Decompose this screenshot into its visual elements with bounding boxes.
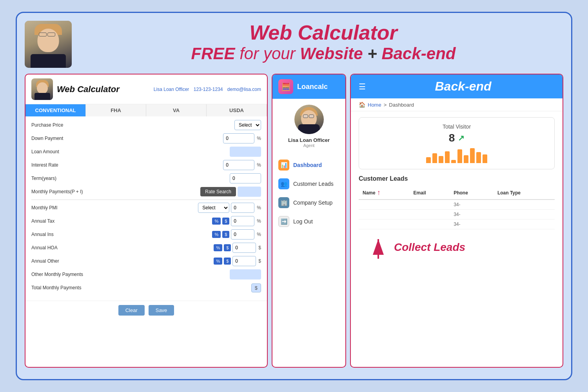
pmi-select[interactable]: Select (198, 203, 229, 213)
total-visitor-title: Total Visitor (367, 123, 546, 130)
down-payment-percent: % (257, 136, 261, 141)
sidebar-app-name: Loancalc (297, 83, 328, 91)
ins-dollar-button[interactable]: $ (222, 231, 229, 238)
term-years-input[interactable] (230, 173, 261, 183)
interest-rate-percent: % (257, 162, 261, 168)
officer-name: Lisa Loan Officer (154, 87, 189, 92)
breadcrumb-separator: > (384, 102, 387, 108)
down-payment-input[interactable] (223, 133, 254, 143)
sidebar-agent-avatar (294, 105, 324, 134)
hoa-percent-button[interactable]: % (214, 244, 222, 251)
purchase-price-label: Purchase Price (31, 122, 110, 128)
annual-other-input[interactable] (232, 256, 256, 266)
monthly-pmi-label: Monthly PMI (31, 205, 110, 211)
header-title: Web Calculator FREE for your Website + B… (83, 21, 563, 63)
main-title: Web Calculator (83, 21, 563, 44)
sidebar-item-customer-leads[interactable]: 👥 Customer Leads (272, 174, 345, 193)
customer-leads-section: Customer Leads Name↑ Email Phone Loan Ty… (359, 175, 555, 264)
hamburger-icon[interactable]: ☰ (359, 82, 366, 91)
purchase-price-select[interactable]: Select (234, 120, 261, 130)
cell-name-2 (359, 210, 410, 220)
subtitle-website: Website (300, 44, 363, 63)
other-dollar-label: $ (258, 258, 261, 264)
sidebar-item-dashboard[interactable]: 📊 Dashboard (272, 156, 345, 174)
visitor-count: 8 (449, 132, 455, 144)
sidebar-agent-role: Agent (303, 143, 315, 148)
hoa-dollar-button[interactable]: $ (224, 244, 231, 251)
term-years-label: Term(years) (31, 176, 110, 181)
tab-conventional[interactable]: CONVENTIONAL (25, 104, 86, 116)
col-phone: Phone (450, 186, 494, 200)
sidebar-item-company-setup[interactable]: 🏢 Company Setup (272, 193, 345, 212)
header-avatar (25, 21, 72, 68)
table-row: 34- (359, 200, 555, 210)
ins-percent-label: % (257, 232, 261, 237)
leads-table-header-row: Name↑ Email Phone Loan Type (359, 186, 555, 200)
sidebar-logo: 🧮 (278, 79, 293, 94)
annual-tax-label: Annual Tax (31, 218, 110, 224)
chart-bar-3 (439, 156, 443, 163)
sidebar-agent-section: Lisa Loan Officer Agent (272, 99, 345, 154)
red-arrow-svg (367, 235, 390, 263)
sidebar-nav: 📊 Dashboard 👥 Customer Leads 🏢 Company S… (272, 154, 345, 367)
page-header: Web Calculator FREE for your Website + B… (25, 21, 563, 68)
outer-container: Web Calculator FREE for your Website + B… (16, 12, 572, 380)
loan-amount-input[interactable] (230, 147, 261, 157)
other-percent-button[interactable]: % (214, 258, 222, 265)
breadcrumb-home[interactable]: Home (368, 102, 381, 108)
annual-tax-row: Annual Tax % $ % (31, 216, 261, 227)
col-name: Name↑ (359, 186, 410, 200)
customer-leads-label: Customer Leads (293, 181, 334, 187)
rate-search-button[interactable]: Rate Search (200, 187, 236, 196)
logout-label: Log Out (293, 218, 313, 225)
tax-dollar-button[interactable]: $ (222, 218, 229, 225)
total-monthly-dollar: $ (251, 283, 261, 292)
interest-rate-label: Interest Rate (31, 162, 110, 168)
sidebar-header: 🧮 Loancalc (272, 74, 345, 99)
chart-bar-6 (457, 149, 462, 163)
leads-table: Name↑ Email Phone Loan Type 34- (359, 186, 555, 229)
chart-bar-2 (432, 153, 437, 163)
sidebar-item-logout[interactable]: ➡️ Log Out (272, 212, 345, 231)
other-dollar-button[interactable]: $ (224, 258, 231, 265)
dashboard-icon: 📊 (278, 160, 289, 171)
chart-bar-7 (464, 155, 468, 163)
company-setup-label: Company Setup (293, 200, 332, 206)
save-button[interactable]: Save (149, 305, 174, 316)
annual-ins-label: Annual Ins (31, 232, 110, 237)
pmi-input[interactable] (231, 203, 254, 213)
annual-ins-row: Annual Ins % $ % (31, 229, 261, 240)
clear-button[interactable]: Clear (118, 305, 145, 316)
cell-loan-1 (494, 200, 555, 210)
ins-percent-button[interactable]: % (212, 231, 221, 238)
chart-bar-9 (476, 152, 481, 163)
collect-leads-text: Collect Leads (394, 241, 465, 253)
tax-percent-button[interactable]: % (212, 218, 221, 225)
total-monthly-label: Total Monthly Payments (31, 285, 110, 290)
chart-bar-5 (451, 160, 456, 163)
down-payment-label: Down Payment (31, 136, 110, 141)
annual-hoa-input[interactable] (232, 243, 256, 253)
mini-chart (367, 147, 546, 163)
monthly-pmi-row: Monthly PMI Select % (31, 202, 261, 213)
loan-amount-row: Loan Amount (31, 146, 261, 157)
home-icon: 🏠 (359, 102, 365, 108)
cell-loan-3 (494, 220, 555, 229)
other-monthly-input[interactable] (230, 269, 261, 279)
cell-name-3 (359, 220, 410, 229)
collect-leads-annotation: Collect Leads (359, 233, 555, 264)
annual-ins-input[interactable] (231, 229, 254, 240)
breadcrumb: 🏠 Home > Dashboard (351, 98, 563, 111)
annual-tax-input[interactable] (231, 216, 254, 226)
tab-usda[interactable]: USDA (207, 104, 267, 116)
tab-fha[interactable]: FHA (86, 104, 146, 116)
interest-rate-input[interactable] (223, 160, 254, 170)
tab-va[interactable]: VA (146, 104, 207, 116)
subtitle-for: for your (240, 44, 295, 63)
subtitle-free: FREE (191, 44, 235, 63)
calc-panel: Web Calculator Lisa Loan Officer 123-123… (25, 74, 268, 368)
other-monthly-row: Other Monthly Payments (31, 269, 261, 280)
customer-leads-icon: 👥 (278, 178, 289, 189)
monthly-payments-input[interactable] (238, 187, 261, 197)
logout-icon: ➡️ (278, 216, 289, 227)
